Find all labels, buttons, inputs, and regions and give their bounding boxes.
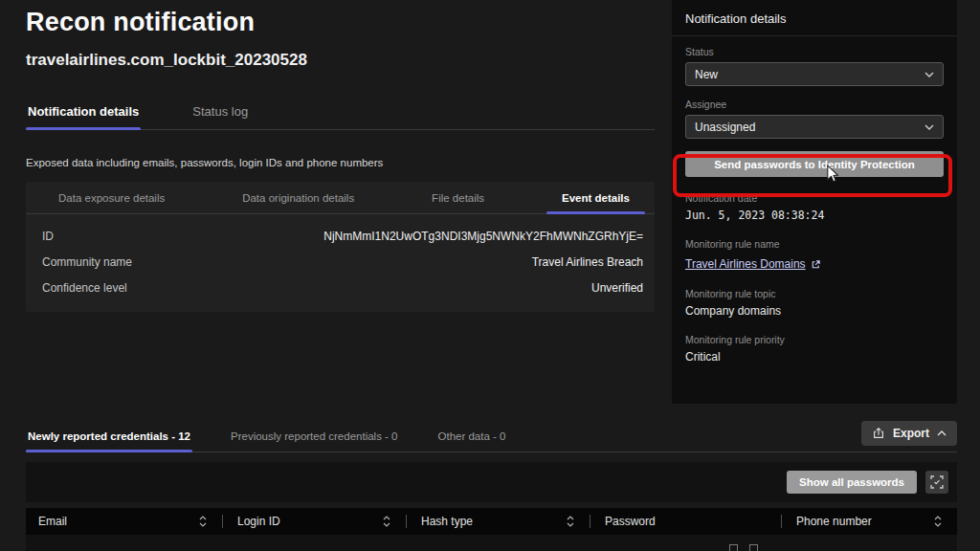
monitoring-rule-priority-value: Critical: [685, 350, 944, 364]
tab-notification-details[interactable]: Notification details: [26, 99, 141, 129]
external-link-icon: [811, 259, 821, 270]
column-label: Email: [38, 515, 67, 528]
monitoring-rule-name-label: Monitoring rule name: [685, 238, 944, 250]
table-toolbar: Show all passwords: [26, 462, 957, 502]
status-dropdown[interactable]: New: [685, 62, 944, 86]
column-label: Login ID: [237, 515, 280, 528]
row-label: Confidence level: [42, 281, 127, 295]
page-title: Recon notification: [26, 8, 655, 37]
tab-data-exposure-details[interactable]: Data exposure details: [43, 182, 180, 213]
column-header-hash-type[interactable]: Hash type: [406, 508, 590, 535]
chevron-up-icon: [937, 430, 947, 436]
row-label: Community name: [42, 255, 132, 269]
row-label: ID: [42, 230, 54, 243]
sort-icon[interactable]: [567, 515, 574, 528]
main-content: Recon notification travelairlines.com_lo…: [26, 0, 655, 312]
row-value: Unverified: [591, 281, 643, 295]
monitoring-rule-priority-field: Monitoring rule priority Critical: [685, 334, 944, 364]
sort-icon[interactable]: [934, 515, 942, 528]
event-details-rows: ID NjNmMmI1N2UwOTg3NDI3Mjg5NWNkY2FhMWNhZ…: [26, 214, 655, 300]
column-header-email[interactable]: Email: [26, 508, 222, 535]
monitoring-rule-link-text: Travel Airlines Domains: [685, 257, 806, 271]
exposed-data-text: Exposed data including emails, passwords…: [26, 157, 655, 168]
chevron-down-icon: [924, 124, 934, 130]
column-header-login-id[interactable]: Login ID: [222, 508, 406, 535]
monitoring-rule-name-field: Monitoring rule name Travel Airlines Dom…: [685, 238, 944, 272]
notification-date-value: Jun. 5, 2023 08:38:24: [685, 209, 944, 222]
chevron-down-icon: [924, 72, 934, 77]
column-header-password[interactable]: Password: [590, 508, 781, 535]
sort-icon[interactable]: [199, 515, 207, 528]
expand-table-button[interactable]: [925, 471, 948, 494]
monitoring-rule-topic-label: Monitoring rule topic: [685, 288, 944, 299]
tab-data-origination-details[interactable]: Data origination details: [227, 182, 369, 213]
show-all-passwords-button[interactable]: Show all passwords: [787, 471, 917, 494]
row-value: Travel Airlines Breach: [532, 255, 643, 269]
tab-previously-reported-credentials[interactable]: Previously reported credentials - 0: [229, 427, 400, 452]
monitoring-rule-topic-value: Company domains: [685, 304, 944, 318]
detail-tabs: Data exposure details Data origination d…: [26, 182, 655, 214]
export-label: Export: [893, 427, 929, 440]
expand-icon: [930, 475, 944, 489]
notification-details-sidebar: Notification details Status New Assignee…: [672, 0, 957, 404]
column-label: Phone number: [796, 515, 872, 528]
column-label: Password: [605, 515, 656, 528]
sidebar-title: Notification details: [672, 0, 957, 36]
tab-newly-reported-credentials[interactable]: Newly reported credentials - 12: [26, 427, 192, 452]
status-label: Status: [685, 46, 944, 57]
status-value: New: [695, 68, 718, 81]
assignee-label: Assignee: [685, 99, 944, 110]
sort-icon[interactable]: [383, 515, 390, 528]
monitoring-rule-topic-field: Monitoring rule topic Company domains: [685, 288, 944, 318]
table-row: Confidence level Unverified: [26, 275, 655, 300]
notification-date-label: Notification date: [685, 192, 944, 204]
row-value: NjNmMmI1N2UwOTg3NDI3Mjg5NWNkY2FhMWNhZGRh…: [323, 230, 643, 243]
notification-date-field: Notification date Jun. 5, 2023 08:38:24: [685, 192, 944, 222]
credentials-table-body: [26, 535, 957, 551]
table-row: ID NjNmMmI1N2UwOTg3NDI3Mjg5NWNkY2FhMWNhZ…: [26, 223, 655, 249]
export-button[interactable]: Export: [861, 421, 957, 446]
assignee-dropdown[interactable]: Unassigned: [685, 115, 944, 139]
column-label: Hash type: [421, 515, 473, 528]
export-icon: [872, 427, 885, 440]
tab-file-details[interactable]: File details: [416, 182, 500, 213]
monitoring-rule-priority-label: Monitoring rule priority: [685, 334, 944, 345]
table-row-partial-icons: [729, 544, 758, 551]
send-passwords-button[interactable]: Send passwords to Identity Protection: [685, 151, 944, 177]
credentials-table-header: Email Login ID Hash type Password Phone …: [26, 508, 957, 535]
tab-event-details[interactable]: Event details: [546, 182, 645, 213]
column-header-phone-number[interactable]: Phone number: [781, 508, 957, 535]
assignee-value: Unassigned: [695, 121, 755, 134]
tab-status-log[interactable]: Status log: [190, 99, 250, 129]
credentials-section: Newly reported credentials - 12 Previous…: [26, 421, 957, 551]
page-subtitle: travelairlines.com_lockbit_20230528: [26, 51, 655, 70]
event-details-card: Data exposure details Data origination d…: [26, 182, 655, 312]
tab-other-data[interactable]: Other data - 0: [436, 427, 508, 452]
main-tabs: Notification details Status log: [26, 99, 655, 130]
credentials-tabs: Newly reported credentials - 12 Previous…: [26, 421, 957, 452]
monitoring-rule-link[interactable]: Travel Airlines Domains: [685, 257, 821, 271]
table-row: Community name Travel Airlines Breach: [26, 249, 655, 275]
